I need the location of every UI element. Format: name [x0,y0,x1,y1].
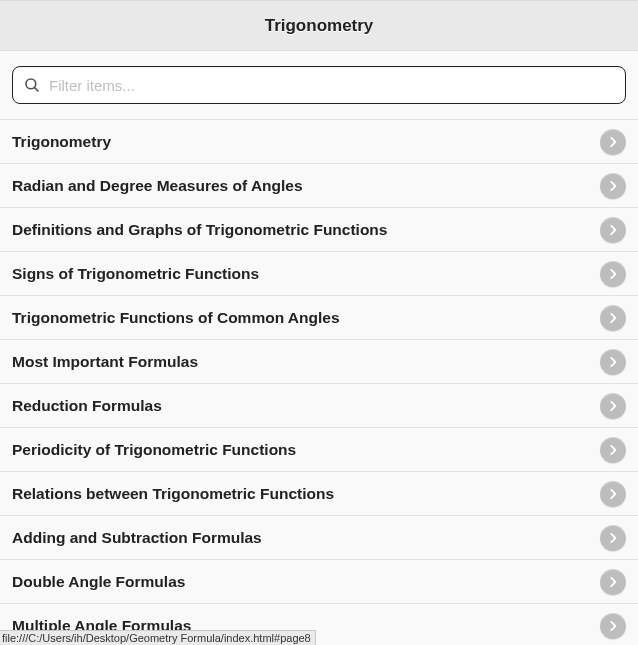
page-title: Trigonometry [265,16,374,36]
list-item-label: Trigonometry [12,133,600,151]
list-item[interactable]: Most Important Formulas [0,339,638,383]
chevron-right-icon [600,129,626,155]
chevron-right-icon [600,569,626,595]
svg-line-1 [34,87,38,91]
chevron-right-icon [600,613,626,639]
chevron-right-icon [600,217,626,243]
list-item[interactable]: Periodicity of Trigonometric Functions [0,427,638,471]
search-wrap[interactable] [12,66,626,104]
list-item-label: Radian and Degree Measures of Angles [12,177,600,195]
chevron-right-icon [600,173,626,199]
topic-list: TrigonometryRadian and Degree Measures o… [0,119,638,645]
list-item[interactable]: Relations between Trigonometric Function… [0,471,638,515]
list-item-label: Double Angle Formulas [12,573,600,591]
chevron-right-icon [600,481,626,507]
list-item-label: Most Important Formulas [12,353,600,371]
list-item-label: Definitions and Graphs of Trigonometric … [12,221,600,239]
chevron-right-icon [600,393,626,419]
list-item-label: Reduction Formulas [12,397,600,415]
chevron-right-icon [600,261,626,287]
chevron-right-icon [600,305,626,331]
search-row [0,51,638,119]
list-item-label: Relations between Trigonometric Function… [12,485,600,503]
chevron-right-icon [600,525,626,551]
list-item[interactable]: Signs of Trigonometric Functions [0,251,638,295]
chevron-right-icon [600,437,626,463]
list-item-label: Adding and Subtraction Formulas [12,529,600,547]
list-item[interactable]: Definitions and Graphs of Trigonometric … [0,207,638,251]
list-item-label: Trigonometric Functions of Common Angles [12,309,600,327]
list-item-label: Signs of Trigonometric Functions [12,265,600,283]
list-item[interactable]: Adding and Subtraction Formulas [0,515,638,559]
list-item-label: Periodicity of Trigonometric Functions [12,441,600,459]
list-item[interactable]: Radian and Degree Measures of Angles [0,163,638,207]
list-item[interactable]: Trigonometric Functions of Common Angles [0,295,638,339]
search-input[interactable] [49,77,615,94]
list-item[interactable]: Trigonometry [0,119,638,163]
status-bar: file:///C:/Users/ih/Desktop/Geometry For… [0,630,316,645]
search-icon [23,76,41,94]
chevron-right-icon [600,349,626,375]
list-item[interactable]: Reduction Formulas [0,383,638,427]
header: Trigonometry [0,1,638,51]
list-item[interactable]: Double Angle Formulas [0,559,638,603]
